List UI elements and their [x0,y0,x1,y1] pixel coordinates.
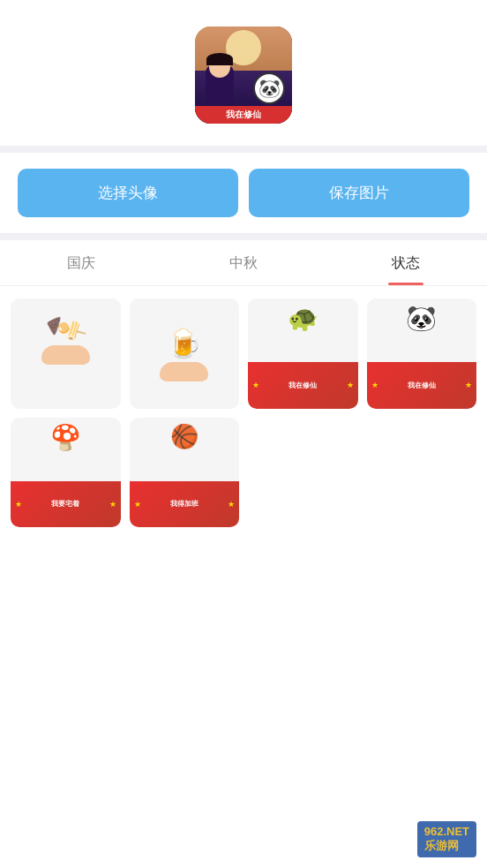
sticker-content-1: 🍢 [11,298,121,409]
sticker-content-6: ★ 我得加班 ★ 🏀 [130,418,240,528]
sticker-skewer[interactable]: 🍢 [11,298,121,409]
tab-zhuangtai[interactable]: 状态 [325,240,487,285]
select-avatar-button[interactable]: 选择头像 [18,169,238,217]
watermark: 962.NET 乐游网 [417,821,476,857]
tabs-bar: 国庆 中秋 状态 [0,240,487,286]
stickers-section: 国庆 中秋 状态 🍢 🍺 [0,240,487,868]
buttons-section: 选择头像 保存图片 [0,153,487,233]
watermark-site: 962.NET [424,825,469,838]
avatar-label: 我在修仙 [195,106,292,124]
sticker-xiuxian-panda[interactable]: ★ 我在修仙 ★ 🐼 [367,298,477,409]
sticker-content-5: ★ 我要宅着 ★ 🍄 [11,418,121,528]
sticker-zhaizhao[interactable]: ★ 我要宅着 ★ 🍄 [11,418,121,528]
sticker-content-4: ★ 我在修仙 ★ 🐼 [367,298,477,409]
sticker-content-2: 🍺 [130,298,240,409]
save-image-button[interactable]: 保存图片 [249,169,469,217]
sticker-beer[interactable]: 🍺 [130,298,240,409]
sticker-jiaban[interactable]: ★ 我得加班 ★ 🏀 [130,418,240,528]
avatar-image: 🐼 我在修仙 [195,26,292,124]
sticker-xiuxian-turtle[interactable]: ★ 我在修仙 ★ 🐢 [248,298,358,409]
sticker-grid: 🍢 🍺 ★ [0,286,487,540]
avatar-wrapper: 🐼 我在修仙 [195,26,292,124]
tab-guoqing[interactable]: 国庆 [0,240,162,285]
avatar-section: 🐼 我在修仙 [0,0,487,146]
tab-zhongqiu[interactable]: 中秋 [162,240,325,285]
sticker-content-3: ★ 我在修仙 ★ 🐢 [248,298,358,409]
watermark-sub: 乐游网 [424,839,459,852]
